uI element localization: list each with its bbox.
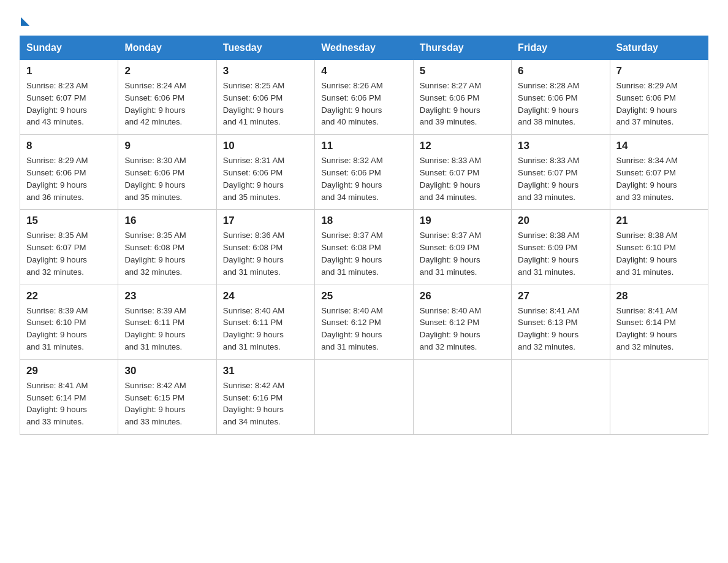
calendar-header-row: SundayMondayTuesdayWednesdayThursdayFrid… bbox=[20, 36, 708, 60]
day-number: 12 bbox=[420, 140, 505, 152]
col-header-friday: Friday bbox=[512, 36, 610, 60]
calendar-table: SundayMondayTuesdayWednesdayThursdayFrid… bbox=[20, 36, 708, 435]
day-info: Sunrise: 8:41 AMSunset: 6:14 PMDaylight:… bbox=[26, 380, 112, 428]
day-info: Sunrise: 8:35 AMSunset: 6:07 PMDaylight:… bbox=[26, 229, 112, 278]
calendar-cell: 3Sunrise: 8:25 AMSunset: 6:06 PMDaylight… bbox=[216, 60, 314, 135]
day-number: 3 bbox=[223, 65, 308, 77]
calendar-cell: 17Sunrise: 8:36 AMSunset: 6:08 PMDayligh… bbox=[216, 210, 314, 285]
day-info: Sunrise: 8:40 AMSunset: 6:12 PMDaylight:… bbox=[321, 305, 406, 353]
calendar-cell: 14Sunrise: 8:34 AMSunset: 6:07 PMDayligh… bbox=[610, 135, 708, 210]
day-number: 27 bbox=[518, 290, 603, 302]
calendar-cell: 23Sunrise: 8:39 AMSunset: 6:11 PMDayligh… bbox=[118, 285, 216, 359]
day-number: 30 bbox=[124, 365, 210, 377]
calendar-cell bbox=[315, 359, 413, 434]
day-info: Sunrise: 8:29 AMSunset: 6:06 PMDaylight:… bbox=[616, 80, 702, 128]
day-info: Sunrise: 8:26 AMSunset: 6:06 PMDaylight:… bbox=[321, 80, 406, 128]
calendar-cell bbox=[512, 359, 610, 434]
day-info: Sunrise: 8:37 AMSunset: 6:09 PMDaylight:… bbox=[420, 229, 505, 278]
calendar-cell: 30Sunrise: 8:42 AMSunset: 6:15 PMDayligh… bbox=[118, 359, 216, 434]
day-info: Sunrise: 8:41 AMSunset: 6:13 PMDaylight:… bbox=[518, 305, 603, 353]
day-number: 26 bbox=[420, 290, 505, 302]
logo-triangle-icon bbox=[21, 17, 29, 26]
day-number: 7 bbox=[616, 65, 702, 77]
calendar-cell: 15Sunrise: 8:35 AMSunset: 6:07 PMDayligh… bbox=[20, 210, 118, 285]
day-info: Sunrise: 8:39 AMSunset: 6:11 PMDaylight:… bbox=[124, 305, 210, 353]
day-info: Sunrise: 8:40 AMSunset: 6:11 PMDaylight:… bbox=[223, 305, 308, 353]
day-info: Sunrise: 8:28 AMSunset: 6:06 PMDaylight:… bbox=[518, 80, 603, 128]
calendar-cell bbox=[413, 359, 511, 434]
day-info: Sunrise: 8:42 AMSunset: 6:15 PMDaylight:… bbox=[124, 380, 210, 428]
day-info: Sunrise: 8:29 AMSunset: 6:06 PMDaylight:… bbox=[26, 155, 112, 203]
calendar-cell: 12Sunrise: 8:33 AMSunset: 6:07 PMDayligh… bbox=[413, 135, 511, 210]
day-number: 28 bbox=[616, 290, 702, 302]
day-number: 18 bbox=[321, 215, 406, 227]
calendar-cell: 24Sunrise: 8:40 AMSunset: 6:11 PMDayligh… bbox=[216, 285, 314, 359]
day-number: 13 bbox=[518, 140, 603, 152]
day-number: 25 bbox=[321, 290, 406, 302]
day-info: Sunrise: 8:30 AMSunset: 6:06 PMDaylight:… bbox=[124, 155, 210, 203]
col-header-tuesday: Tuesday bbox=[216, 36, 314, 60]
day-number: 21 bbox=[616, 215, 702, 227]
day-number: 31 bbox=[223, 365, 308, 377]
week-row-3: 15Sunrise: 8:35 AMSunset: 6:07 PMDayligh… bbox=[20, 210, 708, 285]
calendar-cell: 8Sunrise: 8:29 AMSunset: 6:06 PMDaylight… bbox=[20, 135, 118, 210]
calendar-cell: 13Sunrise: 8:33 AMSunset: 6:07 PMDayligh… bbox=[512, 135, 610, 210]
col-header-monday: Monday bbox=[118, 36, 216, 60]
calendar-cell: 7Sunrise: 8:29 AMSunset: 6:06 PMDaylight… bbox=[610, 60, 708, 135]
calendar-cell: 31Sunrise: 8:42 AMSunset: 6:16 PMDayligh… bbox=[216, 359, 314, 434]
col-header-wednesday: Wednesday bbox=[315, 36, 413, 60]
day-info: Sunrise: 8:40 AMSunset: 6:12 PMDaylight:… bbox=[420, 305, 505, 353]
day-number: 16 bbox=[124, 215, 210, 227]
day-info: Sunrise: 8:41 AMSunset: 6:14 PMDaylight:… bbox=[616, 305, 702, 353]
day-info: Sunrise: 8:23 AMSunset: 6:07 PMDaylight:… bbox=[26, 80, 112, 128]
calendar-cell: 28Sunrise: 8:41 AMSunset: 6:14 PMDayligh… bbox=[610, 285, 708, 359]
day-number: 6 bbox=[518, 65, 603, 77]
day-info: Sunrise: 8:32 AMSunset: 6:06 PMDaylight:… bbox=[321, 155, 406, 203]
day-info: Sunrise: 8:38 AMSunset: 6:09 PMDaylight:… bbox=[518, 229, 603, 278]
calendar-cell: 10Sunrise: 8:31 AMSunset: 6:06 PMDayligh… bbox=[216, 135, 314, 210]
day-info: Sunrise: 8:39 AMSunset: 6:10 PMDaylight:… bbox=[26, 305, 112, 353]
calendar-cell: 18Sunrise: 8:37 AMSunset: 6:08 PMDayligh… bbox=[315, 210, 413, 285]
day-number: 2 bbox=[124, 65, 210, 77]
calendar-cell: 1Sunrise: 8:23 AMSunset: 6:07 PMDaylight… bbox=[20, 60, 118, 135]
day-number: 23 bbox=[124, 290, 210, 302]
day-info: Sunrise: 8:37 AMSunset: 6:08 PMDaylight:… bbox=[321, 229, 406, 278]
day-number: 5 bbox=[420, 65, 505, 77]
day-info: Sunrise: 8:25 AMSunset: 6:06 PMDaylight:… bbox=[223, 80, 308, 128]
day-number: 15 bbox=[26, 215, 112, 227]
calendar-cell: 25Sunrise: 8:40 AMSunset: 6:12 PMDayligh… bbox=[315, 285, 413, 359]
calendar-cell: 29Sunrise: 8:41 AMSunset: 6:14 PMDayligh… bbox=[20, 359, 118, 434]
day-number: 11 bbox=[321, 140, 406, 152]
day-number: 1 bbox=[26, 65, 112, 77]
day-number: 10 bbox=[223, 140, 308, 152]
day-number: 29 bbox=[26, 365, 112, 377]
col-header-thursday: Thursday bbox=[413, 36, 511, 60]
day-info: Sunrise: 8:42 AMSunset: 6:16 PMDaylight:… bbox=[223, 380, 308, 428]
calendar-cell: 21Sunrise: 8:38 AMSunset: 6:10 PMDayligh… bbox=[610, 210, 708, 285]
calendar-cell bbox=[610, 359, 708, 434]
calendar-cell: 19Sunrise: 8:37 AMSunset: 6:09 PMDayligh… bbox=[413, 210, 511, 285]
logo bbox=[20, 15, 29, 23]
calendar-cell: 26Sunrise: 8:40 AMSunset: 6:12 PMDayligh… bbox=[413, 285, 511, 359]
col-header-saturday: Saturday bbox=[610, 36, 708, 60]
calendar-cell: 16Sunrise: 8:35 AMSunset: 6:08 PMDayligh… bbox=[118, 210, 216, 285]
day-number: 24 bbox=[223, 290, 308, 302]
calendar-cell: 20Sunrise: 8:38 AMSunset: 6:09 PMDayligh… bbox=[512, 210, 610, 285]
week-row-5: 29Sunrise: 8:41 AMSunset: 6:14 PMDayligh… bbox=[20, 359, 708, 434]
day-number: 19 bbox=[420, 215, 505, 227]
page-header bbox=[20, 15, 708, 23]
col-header-sunday: Sunday bbox=[20, 36, 118, 60]
day-number: 20 bbox=[518, 215, 603, 227]
day-info: Sunrise: 8:34 AMSunset: 6:07 PMDaylight:… bbox=[616, 155, 702, 203]
week-row-2: 8Sunrise: 8:29 AMSunset: 6:06 PMDaylight… bbox=[20, 135, 708, 210]
week-row-4: 22Sunrise: 8:39 AMSunset: 6:10 PMDayligh… bbox=[20, 285, 708, 359]
day-number: 9 bbox=[124, 140, 210, 152]
day-number: 4 bbox=[321, 65, 406, 77]
calendar-cell: 11Sunrise: 8:32 AMSunset: 6:06 PMDayligh… bbox=[315, 135, 413, 210]
calendar-cell: 22Sunrise: 8:39 AMSunset: 6:10 PMDayligh… bbox=[20, 285, 118, 359]
day-info: Sunrise: 8:31 AMSunset: 6:06 PMDaylight:… bbox=[223, 155, 308, 203]
calendar-cell: 2Sunrise: 8:24 AMSunset: 6:06 PMDaylight… bbox=[118, 60, 216, 135]
day-info: Sunrise: 8:27 AMSunset: 6:06 PMDaylight:… bbox=[420, 80, 505, 128]
day-number: 8 bbox=[26, 140, 112, 152]
day-number: 22 bbox=[26, 290, 112, 302]
